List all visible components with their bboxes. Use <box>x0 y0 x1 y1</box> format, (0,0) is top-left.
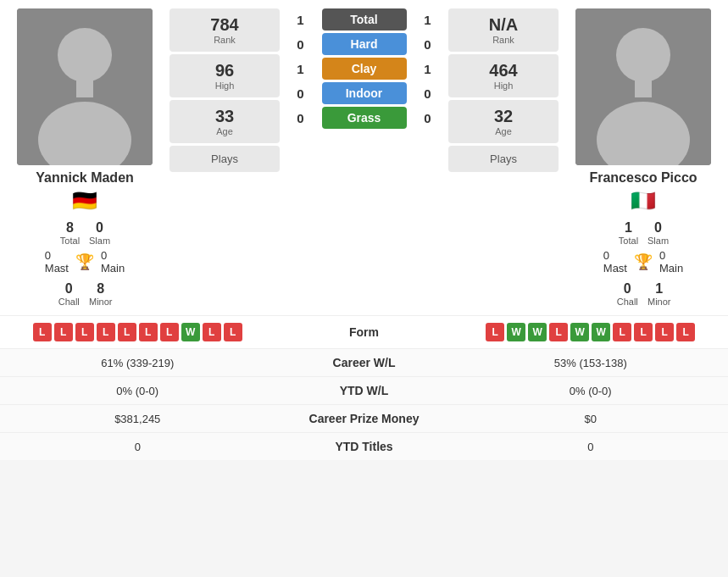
svg-rect-7 <box>635 80 652 97</box>
badge-clay: Clay <box>322 58 407 80</box>
surface-row-clay: 1 Clay 1 <box>284 58 444 80</box>
stats-rows: LLLLLLLWLL Form LWWLWWLLLL 61% (339-219)… <box>0 315 728 460</box>
player-photo-left <box>17 8 153 165</box>
plays-lbl-left: Plays <box>211 153 238 165</box>
score-clay-left: 1 <box>288 62 314 76</box>
chall-val-right: 0 <box>615 281 639 297</box>
total-val-right: 1 <box>618 220 639 236</box>
score-grass-left: 0 <box>288 111 314 125</box>
form-label: Form <box>271 325 458 339</box>
rank-box-left: 784 Rank <box>169 8 280 52</box>
prize-row: $381,245 Career Prize Money $0 <box>0 404 728 432</box>
total-val-left: 8 <box>59 220 81 236</box>
total-lbl-left: Total <box>59 236 81 246</box>
badge-hard: Hard <box>322 33 407 55</box>
svg-point-1 <box>58 28 112 82</box>
chall-lbl-left: Chall <box>57 297 81 307</box>
form-badges-right: LWWLWWLLLL <box>458 323 725 341</box>
player-left: Yannick Maden 🇩🇪 8 Total 0 Slam 0 Mast 🏆 <box>4 8 165 307</box>
ytd-titles-left: 0 <box>4 441 271 453</box>
badge-indoor: Indoor <box>322 82 407 104</box>
trophy-row-right: 0 Mast 🏆 0 Main <box>603 249 683 275</box>
age-val-right: 32 <box>457 107 550 126</box>
ytd-wl-row: 0% (0-0) YTD W/L 0% (0-0) <box>0 376 728 404</box>
age-lbl-left: Age <box>178 126 271 136</box>
rank-box-right: N/A Rank <box>448 8 559 52</box>
mast-lbl-left: Mast <box>45 262 69 275</box>
career-wl-row: 61% (339-219) Career W/L 53% (153-138) <box>0 348 728 376</box>
svg-point-5 <box>616 28 670 82</box>
mast-lbl-right: Mast <box>603 262 627 275</box>
form-badge-left: W <box>181 323 200 341</box>
player-right: Francesco Picco 🇮🇹 1 Total 0 Slam 0 Mast… <box>563 8 724 307</box>
ytd-titles-label: YTD Titles <box>271 440 458 453</box>
career-wl-left: 61% (339-219) <box>4 357 271 369</box>
age-lbl-right: Age <box>457 126 550 136</box>
mast-val-right: 0 <box>603 249 627 262</box>
high-lbl-left: High <box>178 80 271 91</box>
score-total-left: 1 <box>288 13 314 27</box>
rank-val-left: 784 <box>178 15 271 35</box>
stat-boxes-right: N/A Rank 464 High 32 Age Plays <box>448 8 559 307</box>
chall-lbl-right: Chall <box>615 297 639 307</box>
ytd-wl-label: YTD W/L <box>271 384 458 397</box>
player-name-right: Francesco Picco <box>589 170 697 186</box>
player-stats2-left: 0 Chall 8 Minor <box>57 281 112 307</box>
score-grass-right: 0 <box>415 111 441 125</box>
minor-lbl-left: Minor <box>89 297 113 307</box>
form-badge-left: L <box>224 323 242 341</box>
surface-row-indoor: 0 Indoor 0 <box>284 82 444 104</box>
form-badge-left: L <box>160 323 179 341</box>
surface-row-total: 1 Total 1 <box>284 8 444 31</box>
player-stats2-right: 0 Chall 1 Minor <box>615 281 670 307</box>
svg-rect-3 <box>76 80 93 97</box>
prize-label: Career Prize Money <box>271 412 458 425</box>
form-badge-right: W <box>570 323 589 341</box>
minor-lbl-right: Minor <box>647 297 671 307</box>
age-val-left: 33 <box>178 107 271 126</box>
plays-lbl-right: Plays <box>490 153 517 165</box>
flag-left: 🇩🇪 <box>72 189 97 213</box>
mast-val-left: 0 <box>45 249 69 262</box>
form-badge-left: L <box>97 323 115 341</box>
form-badge-left: L <box>139 323 158 341</box>
form-badge-right: L <box>676 323 695 341</box>
slam-lbl-left: Slam <box>89 236 110 246</box>
center-column: 1 Total 1 0 Hard 0 1 <box>284 8 444 307</box>
badge-total: Total <box>322 8 407 31</box>
rank-lbl-right: Rank <box>457 35 550 45</box>
prize-right: $0 <box>458 413 725 425</box>
high-box-left: 96 High <box>169 54 280 97</box>
ytd-wl-right: 0% (0-0) <box>458 385 725 397</box>
flag-right: 🇮🇹 <box>631 189 656 213</box>
main-val-left: 0 <box>101 249 125 262</box>
score-total-right: 1 <box>415 13 441 27</box>
form-badge-right: L <box>634 323 653 341</box>
score-hard-left: 0 <box>288 37 314 52</box>
form-badges-left: LLLLLLLWLL <box>4 323 271 341</box>
age-box-right: 32 Age <box>448 100 559 143</box>
score-hard-right: 0 <box>415 37 441 52</box>
career-wl-right: 53% (153-138) <box>458 357 725 369</box>
main-lbl-right: Main <box>659 262 683 275</box>
players-section: Yannick Maden 🇩🇪 8 Total 0 Slam 0 Mast 🏆 <box>0 0 728 315</box>
ytd-titles-right: 0 <box>458 441 725 453</box>
slam-val-right: 0 <box>647 220 669 236</box>
slam-val-left: 0 <box>89 220 110 236</box>
minor-val-right: 1 <box>647 281 671 297</box>
form-badge-right: L <box>655 323 674 341</box>
form-badge-left: L <box>33 323 52 341</box>
form-badge-left: L <box>118 323 136 341</box>
trophy-icon-left: 🏆 <box>75 252 94 271</box>
rank-lbl-left: Rank <box>178 35 271 45</box>
player-name-left: Yannick Maden <box>36 170 134 186</box>
form-row: LLLLLLLWLL Form LWWLWWLLLL <box>0 315 728 348</box>
form-badge-right: W <box>592 323 610 341</box>
plays-box-left: Plays <box>169 146 280 172</box>
prize-left: $381,245 <box>4 413 271 425</box>
player-stats-left: 8 Total 0 Slam <box>59 220 110 246</box>
score-indoor-right: 0 <box>415 86 441 101</box>
main-lbl-left: Main <box>101 262 125 275</box>
form-badge-right: W <box>507 323 525 341</box>
high-box-right: 464 High <box>448 54 559 97</box>
